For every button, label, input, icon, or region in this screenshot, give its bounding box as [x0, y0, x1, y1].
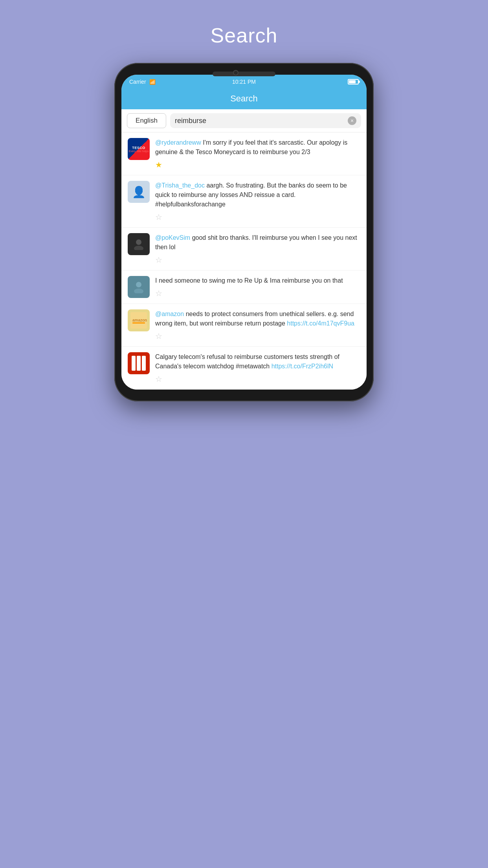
status-bar: Carrier 📶 10:21 PM — [121, 75, 367, 89]
avatar — [128, 352, 150, 374]
avatar — [128, 233, 150, 255]
list-item: @poKevSim good shit bro thanks. I'll rei… — [121, 228, 367, 270]
results-list: TESCO Every little helps @ryderandreww I… — [121, 132, 367, 390]
star-row: ☆ — [155, 212, 360, 222]
username[interactable]: @poKevSim — [155, 234, 190, 241]
search-bar: English reimburse × — [121, 109, 367, 132]
star-button[interactable]: ☆ — [155, 256, 162, 264]
svg-point-2 — [136, 282, 141, 287]
star-row: ☆ — [155, 289, 360, 298]
tweet-content: @Trisha_the_doc aargh. So frustrating. B… — [155, 181, 360, 222]
search-input-wrapper: reimburse × — [170, 113, 361, 128]
svg-text:amazon: amazon — [132, 318, 147, 322]
star-button[interactable]: ★ — [155, 160, 162, 169]
phone-camera — [233, 70, 238, 75]
svg-point-1 — [134, 246, 143, 250]
battery-icon — [348, 79, 359, 85]
username[interactable]: @Trisha_the_doc — [155, 182, 205, 189]
wifi-icon: 📶 — [149, 79, 156, 85]
tweet-content: @poKevSim good shit bro thanks. I'll rei… — [155, 233, 360, 265]
phone-frame: Carrier 📶 10:21 PM Search English reimbu… — [114, 63, 374, 401]
avatar: amazon — [128, 309, 150, 331]
svg-point-3 — [134, 289, 143, 293]
nav-title: Search — [121, 94, 367, 104]
list-item: amazon @amazon needs to protect consumer… — [121, 304, 367, 347]
username[interactable]: @amazon — [155, 311, 184, 317]
battery-fill — [349, 80, 356, 83]
username[interactable]: @ryderandreww — [155, 139, 201, 146]
tweet-content: I need someone to swing me to Re Up & Im… — [155, 276, 360, 298]
list-item: I need someone to swing me to Re Up & Im… — [121, 270, 367, 304]
star-row: ☆ — [155, 331, 360, 341]
nav-bar: Search — [121, 89, 367, 109]
carrier-label: Carrier — [129, 79, 146, 85]
calgary-stripe-2 — [137, 356, 141, 371]
language-button[interactable]: English — [127, 113, 166, 128]
tweet-text: @poKevSim good shit bro thanks. I'll rei… — [155, 233, 360, 252]
status-left: Carrier 📶 — [129, 79, 156, 85]
phone-screen: Carrier 📶 10:21 PM Search English reimbu… — [121, 75, 367, 390]
status-right — [348, 79, 359, 85]
page-title: Search — [211, 24, 278, 47]
tweet-text: I need someone to swing me to Re Up & Im… — [155, 276, 360, 285]
avatar: 👤 — [128, 181, 150, 203]
tweet-content: @ryderandreww I'm sorry if you feel that… — [155, 138, 360, 169]
tweet-link[interactable]: https://t.co/4m17qvF9ua — [287, 320, 354, 327]
svg-point-0 — [136, 239, 141, 245]
tweet-content: Calgary telecom's refusal to reimburse c… — [155, 352, 360, 384]
star-button[interactable]: ☆ — [155, 332, 162, 340]
list-item: Calgary telecom's refusal to reimburse c… — [121, 347, 367, 390]
tweet-link[interactable]: https://t.co/FrzP2ih6lN — [272, 363, 333, 370]
tweet-text: @Trisha_the_doc aargh. So frustrating. B… — [155, 181, 360, 209]
calgary-stripe-1 — [132, 356, 136, 371]
avatar: TESCO Every little helps — [128, 138, 150, 160]
status-time: 10:21 PM — [232, 79, 256, 85]
list-item: 👤 @Trisha_the_doc aargh. So frustrating.… — [121, 175, 367, 228]
tweet-text: Calgary telecom's refusal to reimburse c… — [155, 352, 360, 371]
clear-button[interactable]: × — [348, 116, 356, 125]
tweet-text: @amazon needs to protect consumers from … — [155, 309, 360, 328]
svg-rect-6 — [132, 322, 145, 324]
list-item: TESCO Every little helps @ryderandreww I… — [121, 132, 367, 175]
avatar — [128, 276, 150, 298]
star-row: ☆ — [155, 374, 360, 384]
tesco-label: TESCO — [132, 146, 145, 150]
star-button[interactable]: ☆ — [155, 289, 162, 298]
tesco-sub: Every little helps — [129, 150, 149, 153]
tweet-content: @amazon needs to protect consumers from … — [155, 309, 360, 341]
star-row: ★ — [155, 160, 360, 169]
star-button[interactable]: ☆ — [155, 375, 162, 383]
tweet-text: @ryderandreww I'm sorry if you feel that… — [155, 138, 360, 157]
tweet-body: I need someone to swing me to Re Up & Im… — [155, 277, 343, 284]
star-button[interactable]: ☆ — [155, 213, 162, 221]
calgary-stripe-3 — [142, 356, 146, 371]
star-row: ☆ — [155, 255, 360, 265]
search-input[interactable]: reimburse — [175, 117, 348, 125]
